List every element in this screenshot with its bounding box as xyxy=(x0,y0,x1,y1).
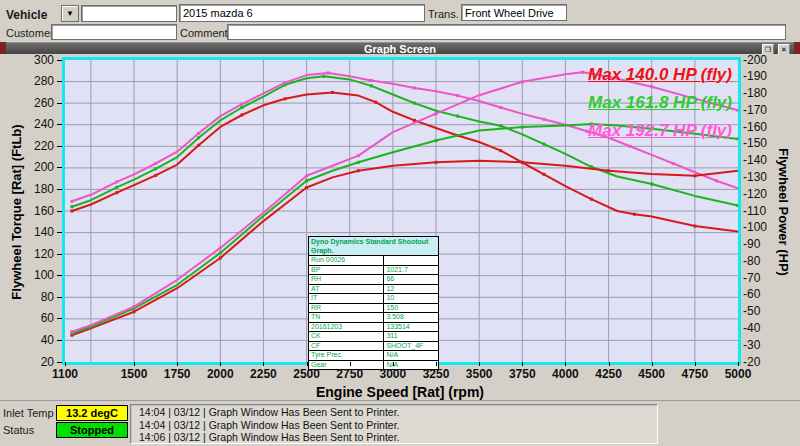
y-left-tick-label: 280 xyxy=(18,75,54,88)
y-right-tick-label: -40 xyxy=(743,322,760,335)
x-tick-mark xyxy=(65,362,66,366)
x-tick-label: 4000 xyxy=(543,367,587,381)
y-left-tick-label: 40 xyxy=(18,334,54,347)
x-tick-mark xyxy=(393,362,394,366)
y-left-tick-label: 80 xyxy=(18,291,54,304)
y-left-tick-label: 160 xyxy=(18,205,54,218)
y-right-tick-label: -200 xyxy=(743,54,767,67)
y-left-tick-mark xyxy=(57,340,62,341)
y-left-tick-label: 120 xyxy=(18,248,54,261)
run-info-row: CFSHOOT_4F xyxy=(309,341,439,351)
y-left-tick-mark xyxy=(57,275,62,276)
y-left-tick-mark xyxy=(57,362,62,363)
y-left-tick-label: 220 xyxy=(18,140,54,153)
x-tick-mark xyxy=(695,362,696,366)
x-tick-mark xyxy=(263,362,264,366)
y-left-tick-label: 200 xyxy=(18,161,54,174)
y-right-tick-label: -90 xyxy=(743,238,760,251)
run-info-row: RR150 xyxy=(309,303,439,313)
run-info-cell: 66 xyxy=(384,275,439,285)
x-tick-mark xyxy=(609,362,610,366)
x-tick-mark xyxy=(134,362,135,366)
y-right-tick-label: -150 xyxy=(743,137,767,150)
run-info-cell: 3.508 xyxy=(384,313,439,323)
y-left-tick-label: 60 xyxy=(18,312,54,325)
graph-window: Flywheel Torque [Rat] (FtLb) Flywheel Po… xyxy=(0,54,800,400)
y-right-tick-label: -100 xyxy=(743,221,767,234)
y-left-tick-mark xyxy=(57,124,62,125)
y-left-tick-mark xyxy=(57,60,62,61)
x-tick-mark xyxy=(307,362,308,366)
status-bar: Inlet Temp Status 13.2 degC Stopped 14:0… xyxy=(0,400,800,446)
vehicle-dropdown-button[interactable]: ▼ xyxy=(61,5,79,22)
printer-log-box[interactable]: 14:04 | 03/12 | Graph Window Has Been Se… xyxy=(130,404,658,444)
x-tick-label: 3000 xyxy=(371,367,415,381)
run-info-cell: RH xyxy=(309,275,384,285)
y-right-tick-label: -170 xyxy=(743,104,767,117)
run-info-table: Dyno Dynamics Standard Shootout Graph. R… xyxy=(308,236,439,370)
x-tick-mark xyxy=(350,362,351,366)
y-left-tick-mark xyxy=(57,103,62,104)
close-icon: ✕ xyxy=(781,46,787,53)
dyno-plot-area[interactable]: Max 140.0 HP (fly) Max 161.8 HP (fly) Ma… xyxy=(62,57,741,365)
trans-input[interactable] xyxy=(461,4,567,21)
inlet-temp-badge: 13.2 degC xyxy=(56,405,128,421)
x-tick-mark xyxy=(436,362,437,366)
run-info-cell: RR xyxy=(309,303,384,313)
run-info-row: AT12 xyxy=(309,284,439,294)
vehicle-name-input[interactable] xyxy=(179,4,425,22)
status-label: Status xyxy=(3,424,34,436)
y-right-tick-label: -70 xyxy=(743,272,760,285)
y-left-tick-mark xyxy=(57,254,62,255)
run-info-row: BP1021.7 xyxy=(309,265,439,275)
x-tick-mark xyxy=(220,362,221,366)
run-info-row: RH66 xyxy=(309,275,439,285)
customer-label: Customer xyxy=(6,27,54,39)
y-right-tick-label: -160 xyxy=(743,121,767,134)
y-left-tick-mark xyxy=(57,297,62,298)
y-right-tick-label: -190 xyxy=(743,70,767,83)
customer-input[interactable] xyxy=(51,24,177,40)
run-info-cell: Tyre Prec. xyxy=(309,351,384,361)
x-tick-mark xyxy=(479,362,480,366)
run-info-cell: AT xyxy=(309,284,384,294)
y-left-tick-label: 100 xyxy=(18,269,54,282)
y-right-tick-label: -180 xyxy=(743,87,767,100)
run-info-cell: TN xyxy=(309,313,384,323)
y-right-tick-label: -60 xyxy=(743,288,760,301)
comment-label: Comment xyxy=(180,27,228,39)
vehicle-label: Vehicle xyxy=(6,8,47,22)
x-tick-mark xyxy=(652,362,653,366)
x-tick-label: 2000 xyxy=(198,367,242,381)
run-info-cell: IT xyxy=(309,294,384,304)
y-left-tick-mark xyxy=(57,189,62,190)
run-info-cell: CK xyxy=(309,332,384,342)
x-tick-label: 4500 xyxy=(630,367,674,381)
x-tick-label: 5000 xyxy=(716,367,760,381)
run-info-cell: 311 xyxy=(384,332,439,342)
run-info-table-header: Dyno Dynamics Standard Shootout Graph. xyxy=(309,237,439,256)
trans-label: Trans. xyxy=(428,8,459,20)
run-info-cell: 150 xyxy=(384,303,439,313)
comment-input[interactable] xyxy=(227,24,786,40)
x-tick-label: 2250 xyxy=(241,367,285,381)
restore-icon: ❐ xyxy=(765,46,771,53)
y-left-tick-label: 260 xyxy=(18,97,54,110)
run-info-cell: SHOOT_4F xyxy=(384,341,439,351)
y-left-tick-mark xyxy=(57,146,62,147)
vehicle-select-input[interactable] xyxy=(81,5,177,22)
y-left-tick-label: 240 xyxy=(18,118,54,131)
x-tick-label: 3750 xyxy=(500,367,544,381)
run-info-row: Tyre Prec.N/A xyxy=(309,351,439,361)
status-badge: Stopped xyxy=(56,422,128,438)
x-tick-label: 1500 xyxy=(112,367,156,381)
x-tick-label: 2500 xyxy=(285,367,329,381)
run-info-cell xyxy=(384,256,439,266)
x-tick-label: 1750 xyxy=(155,367,199,381)
top-form-bar: Vehicle ▼ Trans. Customer Comment xyxy=(0,0,800,42)
run-info-row: CK311 xyxy=(309,332,439,342)
y-left-tick-mark xyxy=(57,211,62,212)
y-left-tick-mark xyxy=(57,81,62,82)
y-axis-right-title: Flywheel Power (HP) xyxy=(776,148,791,276)
y-right-tick-label: -120 xyxy=(743,188,767,201)
